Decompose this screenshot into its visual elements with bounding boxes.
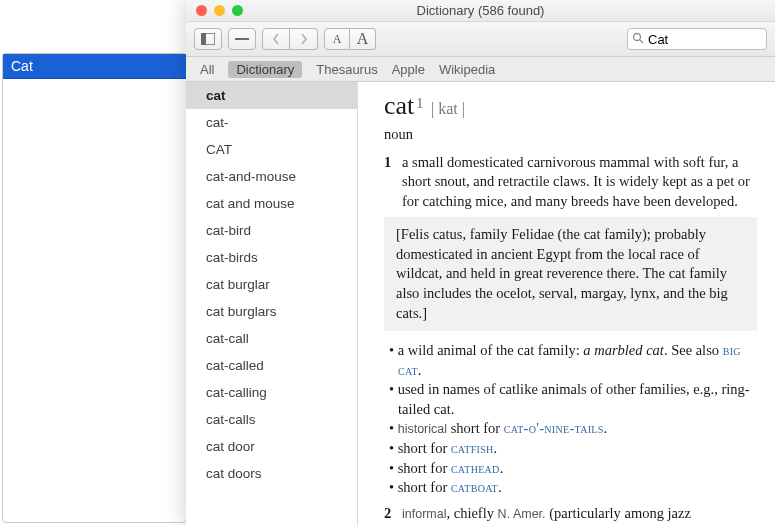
list-item[interactable]: cat and mouse xyxy=(186,190,357,217)
back-button[interactable] xyxy=(262,28,290,50)
source-tabs: All Dictionary Thesaurus Apple Wikipedia xyxy=(186,57,775,82)
list-item[interactable]: cat burglar xyxy=(186,271,357,298)
part-of-speech: noun xyxy=(384,125,757,145)
pronunciation: | kat | xyxy=(431,100,465,117)
tab-dictionary[interactable]: Dictionary xyxy=(228,61,302,78)
search-field[interactable]: ✕ xyxy=(627,28,767,50)
search-icon xyxy=(632,32,644,47)
list-item[interactable]: cat door xyxy=(186,433,357,460)
subsense: used in names of catlike animals of othe… xyxy=(384,380,757,419)
nav-buttons xyxy=(262,28,318,50)
close-button[interactable] xyxy=(196,5,207,16)
list-item[interactable]: cat xyxy=(186,82,357,109)
dictionary-window: Dictionary (586 found) A A ✕ xyxy=(186,0,775,526)
list-item[interactable]: CAT xyxy=(186,136,357,163)
entry-list[interactable]: cat cat- CAT cat-and-mouse cat and mouse… xyxy=(186,82,358,526)
window-title: Dictionary (586 found) xyxy=(186,3,775,18)
sense-text: informal, chiefly N. Amer. (particularly… xyxy=(402,504,757,526)
zoom-button[interactable] xyxy=(232,5,243,16)
spotlight-search-row[interactable]: Cat xyxy=(3,54,186,79)
textsize-buttons: A A xyxy=(324,28,376,50)
xref-catboat[interactable]: catboat xyxy=(451,479,498,495)
spotlight-panel: Cat xyxy=(2,53,187,523)
svg-line-4 xyxy=(640,40,643,43)
tab-all[interactable]: All xyxy=(200,62,214,77)
sense-number: 1 xyxy=(384,153,396,212)
tab-apple[interactable]: Apple xyxy=(392,62,425,77)
list-item[interactable]: cat-calls xyxy=(186,406,357,433)
decrease-text-button[interactable]: A xyxy=(324,28,350,50)
subsense: short for catboat. xyxy=(384,478,757,498)
list-item[interactable]: cat- xyxy=(186,109,357,136)
subsense: a wild animal of the cat family: a marbl… xyxy=(384,341,757,380)
traffic-lights xyxy=(186,5,243,16)
definition-pane[interactable]: cat1 | kat | noun 1 a small domesticated… xyxy=(358,82,775,526)
xref-cathead[interactable]: cathead xyxy=(451,460,500,476)
sense-1: 1 a small domesticated carnivorous mamma… xyxy=(384,153,757,212)
tab-thesaurus[interactable]: Thesaurus xyxy=(316,62,377,77)
minimize-button[interactable] xyxy=(214,5,225,16)
subsense: short for catfish. xyxy=(384,439,757,459)
toolbar: A A ✕ xyxy=(186,22,775,57)
list-item[interactable]: cat-and-mouse xyxy=(186,163,357,190)
content-area: cat cat- CAT cat-and-mouse cat and mouse… xyxy=(186,82,775,526)
sense-number: 2 xyxy=(384,504,396,526)
headword-super: 1 xyxy=(416,96,423,111)
xref-catfish[interactable]: catfish xyxy=(451,440,494,456)
list-item[interactable]: cat-calling xyxy=(186,379,357,406)
sidebar-toggle-button[interactable] xyxy=(194,28,222,50)
titlebar: Dictionary (586 found) xyxy=(186,0,775,22)
list-item[interactable]: cat burglars xyxy=(186,298,357,325)
forward-button[interactable] xyxy=(290,28,318,50)
list-item[interactable]: cat-bird xyxy=(186,217,357,244)
taxonomy-note: [Felis catus, family Felidae (the cat fa… xyxy=(384,217,757,331)
subsense: historical short for cat-o'-nine-tails. xyxy=(384,419,757,439)
tab-wikipedia[interactable]: Wikipedia xyxy=(439,62,495,77)
list-item[interactable]: cat-call xyxy=(186,325,357,352)
sense-2: 2 informal, chiefly N. Amer. (particular… xyxy=(384,504,757,526)
headword: cat xyxy=(384,88,414,123)
list-item[interactable]: cat-birds xyxy=(186,244,357,271)
increase-text-button[interactable]: A xyxy=(350,28,376,50)
subsense: short for cathead. xyxy=(384,459,757,479)
sense-text: a small domesticated carnivorous mammal … xyxy=(402,153,757,212)
svg-rect-1 xyxy=(201,33,206,45)
list-item[interactable]: cat doors xyxy=(186,460,357,487)
xref-cat-o-nine-tails[interactable]: cat-o'-nine-tails xyxy=(504,420,604,436)
search-input[interactable] xyxy=(648,32,775,47)
list-item[interactable]: cat-called xyxy=(186,352,357,379)
svg-point-3 xyxy=(634,33,641,40)
snapback-button[interactable] xyxy=(228,28,256,50)
